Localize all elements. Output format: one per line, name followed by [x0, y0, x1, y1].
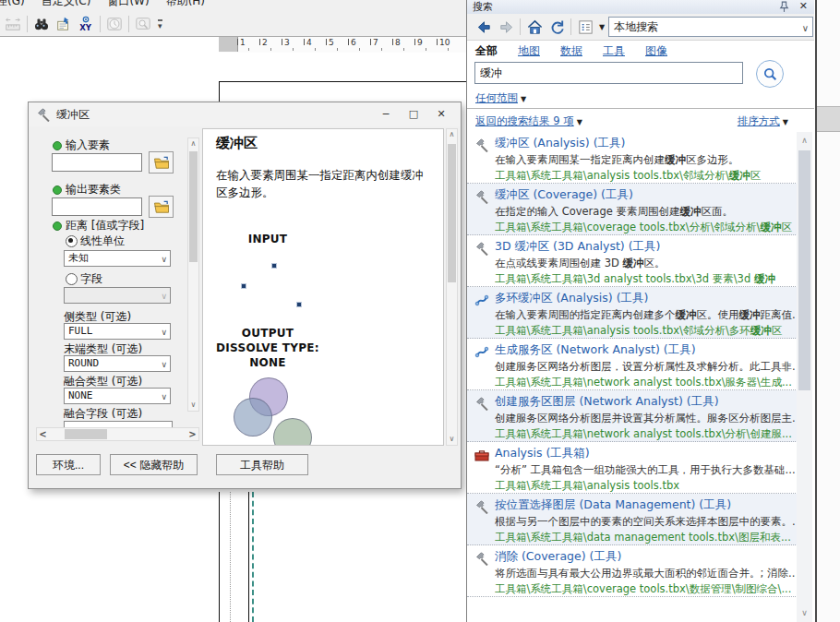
toolbar-separator: [128, 16, 129, 32]
scroll-down-icon[interactable]: ∨: [447, 434, 457, 445]
tab-tools[interactable]: 工具: [603, 43, 625, 60]
maximize-button[interactable]: □: [400, 102, 427, 126]
auto-hide-pin-icon[interactable]: [778, 1, 790, 13]
menu-help[interactable]: 帮助(H): [166, 0, 205, 10]
tab-maps[interactable]: 地图: [518, 43, 540, 60]
close-icon[interactable]: ✕: [799, 0, 808, 13]
search-result-row[interactable]: 缓冲区 (Coverage) (工具) 在指定的输入 Coverage 要素周围…: [467, 184, 801, 235]
input-point: [242, 284, 246, 288]
parameters-scrollbar[interactable]: ∧ ∨: [187, 138, 199, 412]
field-radio[interactable]: [66, 273, 78, 285]
search-panel-title: 搜索: [473, 0, 493, 14]
search-scope-combo[interactable]: 本地搜索 ∨: [608, 17, 813, 37]
tab-data[interactable]: 数据: [560, 43, 582, 60]
parameters-hscrollbar[interactable]: < >: [36, 427, 199, 441]
menu-window[interactable]: 窗口(W): [107, 0, 149, 10]
field-combo[interactable]: ∨: [64, 287, 171, 304]
linear-unit-radio[interactable]: [66, 235, 78, 247]
browse-input-button[interactable]: [149, 151, 174, 173]
linear-unit-combo[interactable]: 未知∨: [64, 250, 171, 267]
scroll-up-icon[interactable]: ∧: [447, 129, 457, 140]
time-slider-icon[interactable]: [103, 14, 126, 34]
dissolve-type-combo[interactable]: NONE∨: [64, 388, 171, 404]
help-scrollbar[interactable]: ∧ ∨: [446, 128, 458, 446]
back-icon[interactable]: [473, 17, 495, 37]
environments-button[interactable]: 环境...: [36, 454, 101, 475]
side-type-combo[interactable]: FULL∨: [64, 323, 171, 340]
result-title[interactable]: Analysis (工具箱): [495, 446, 796, 461]
result-title[interactable]: 生成服务区 (Network Analyst) (工具): [495, 342, 796, 358]
result-path: 工具箱\系统工具箱\coverage tools.tbx\分析\邻域分析\缓冲区: [495, 221, 796, 234]
html-popup-icon[interactable]: [132, 14, 154, 34]
search-result-row[interactable]: 生成服务区 (Network Analyst) (工具) 创建服务区网络分析图层…: [467, 339, 801, 390]
hide-help-button[interactable]: << 隐藏帮助: [110, 454, 198, 475]
ruler-minor-tick: [426, 48, 426, 51]
search-result-row[interactable]: 创建服务区图层 (Network Analyst) (工具) 创建服务区网络分析…: [467, 390, 801, 442]
measure-icon[interactable]: [2, 14, 24, 34]
required-dot: [53, 185, 62, 195]
close-button[interactable]: ✕: [427, 102, 455, 126]
menu-customize[interactable]: 自定义(C): [42, 0, 91, 10]
result-path: 工具箱\系统工具箱\3d analyst tools.tbx\3d 要素\3d …: [495, 272, 796, 286]
search-result-row[interactable]: 缓冲区 (Analysis) (工具) 在输入要素周围某一指定距离内创建缓冲区多…: [467, 132, 801, 184]
menu-geoprocessing[interactable]: 地理处理(G): [0, 0, 25, 10]
search-result-row[interactable]: 多环缓冲区 (Analysis) (工具) 在输入要素周围的指定距离内创建多个缓…: [467, 287, 801, 339]
search-button[interactable]: [756, 60, 784, 88]
input-features-field[interactable]: [52, 153, 142, 172]
scroll-up-icon[interactable]: ∧: [797, 134, 812, 148]
ruler-number: 3: [284, 38, 290, 47]
tab-images[interactable]: 图像: [645, 43, 667, 60]
search-panel-title-bar[interactable]: 搜索 ✕: [467, 0, 814, 15]
scroll-left-icon[interactable]: <: [37, 428, 49, 440]
go-to-xy-icon[interactable]: XY: [75, 14, 97, 34]
result-title[interactable]: 缓冲区 (Analysis) (工具): [495, 136, 796, 151]
search-result-row[interactable]: 按位置选择图层 (Data Management) (工具) 根据与另一个图层中…: [467, 494, 801, 545]
ruler-minor-tick: [293, 48, 294, 51]
ruler-tick: [304, 39, 305, 45]
search-icon: [762, 66, 778, 82]
result-title[interactable]: 创建服务区图层 (Network Analyst) (工具): [495, 394, 796, 410]
result-path: 工具箱\系统工具箱\coverage tools.tbx\数据管理\制图综合\.…: [495, 582, 796, 596]
result-description: 在输入要素周围某一指定距离内创建缓冲区多边形。: [495, 153, 796, 167]
index-settings-icon[interactable]: [574, 17, 596, 37]
result-title[interactable]: 缓冲区 (Coverage) (工具): [495, 187, 796, 203]
result-title[interactable]: 多环缓冲区 (Analysis) (工具): [495, 291, 796, 306]
chevron-down-icon: ∨: [161, 252, 167, 267]
forward-icon[interactable]: [495, 17, 517, 37]
divider: [467, 108, 814, 109]
ruler-minor-tick: [315, 48, 316, 51]
result-path: 工具箱\系统工具箱\analysis tools.tbx: [495, 479, 796, 493]
search-result-row[interactable]: 3D 缓冲区 (3D Analyst) (工具) 在点或线要素周围创建 3D 缓…: [467, 235, 801, 287]
result-title[interactable]: 按位置选择图层 (Data Management) (工具): [495, 497, 796, 513]
search-input[interactable]: [474, 62, 743, 84]
output-features-field[interactable]: [52, 197, 142, 216]
search-result-row[interactable]: Analysis (工具箱) “分析” 工具箱包含一组功能强大的工具，用于执行大…: [467, 442, 801, 494]
svg-text:XY: XY: [79, 23, 92, 32]
browse-output-button[interactable]: [149, 196, 174, 218]
hyperlink-icon[interactable]: [53, 14, 75, 34]
end-type-combo[interactable]: ROUND∨: [64, 355, 171, 372]
sort-by-link[interactable]: 排序方式: [738, 114, 780, 127]
dialog-title-bar[interactable]: 缓冲区 ─ □ ✕: [29, 102, 461, 126]
home-icon[interactable]: [523, 17, 546, 37]
refresh-icon[interactable]: [546, 17, 568, 37]
scroll-down-icon[interactable]: ∨: [188, 400, 198, 411]
tab-all[interactable]: 全部: [475, 43, 498, 60]
result-title[interactable]: 消除 (Coverage) (工具): [495, 549, 796, 565]
minimize-button[interactable]: ─: [372, 102, 400, 126]
scope-link[interactable]: 任何范围: [475, 91, 518, 104]
scroll-up-icon[interactable]: ∧: [188, 138, 198, 150]
search-result-row[interactable]: 消除 (Coverage) (工具) 将所选面与具有最大公用边界或最大面积的邻近…: [467, 545, 801, 597]
chevron-down-icon[interactable]: ▼: [599, 23, 605, 31]
ruler-minor-tick: [381, 48, 382, 51]
results-scrollbar[interactable]: ∧ ∨: [797, 132, 812, 622]
tool-help-button[interactable]: 工具帮助: [216, 454, 308, 475]
result-title[interactable]: 3D 缓冲区 (3D Analyst) (工具): [495, 239, 796, 255]
scroll-right-icon[interactable]: >: [186, 428, 198, 440]
toolbar-overflow-icon[interactable]: ▾: [158, 19, 162, 30]
results-summary-link[interactable]: 返回的搜索结果 9 项: [475, 114, 574, 127]
help-description: 在输入要素周围某一指定距离内创建缓冲区多边形。: [216, 166, 432, 201]
find-icon[interactable]: [30, 14, 53, 34]
scroll-down-icon[interactable]: ∨: [797, 606, 812, 620]
scope-selector[interactable]: 任何范围▼: [475, 91, 526, 105]
